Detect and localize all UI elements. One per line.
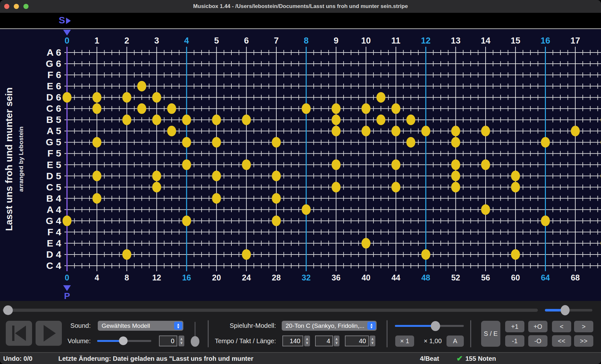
note-dot[interactable] — [541, 137, 550, 148]
note-dot[interactable] — [481, 204, 490, 215]
beat-number: 8 — [125, 273, 129, 282]
note-dot[interactable] — [362, 238, 371, 248]
note-dot[interactable] — [152, 115, 161, 125]
note-row-label: B 4 — [46, 193, 61, 204]
note-dot[interactable] — [92, 137, 101, 148]
takt-field[interactable]: 4 — [315, 336, 333, 346]
note-dot[interactable] — [167, 126, 176, 136]
shift-right-button[interactable]: > — [574, 321, 593, 332]
note-dot[interactable] — [421, 126, 430, 136]
sound-select-value: Gewähltes Modell — [102, 322, 150, 329]
shift-left-button[interactable]: < — [552, 321, 571, 332]
scrollbar-knob[interactable] — [3, 305, 13, 315]
note-dot[interactable] — [242, 249, 251, 260]
note-dot[interactable] — [332, 103, 341, 114]
note-dot[interactable] — [92, 92, 101, 103]
volume-value-field[interactable]: 0 — [159, 336, 177, 346]
position-marker-label[interactable]: P — [64, 291, 70, 301]
note-dot[interactable] — [481, 159, 490, 170]
note-dot[interactable] — [272, 171, 281, 181]
note-dot[interactable] — [451, 182, 460, 192]
note-dot[interactable] — [137, 81, 146, 92]
note-dot[interactable] — [302, 103, 311, 114]
fast-left-button[interactable]: << — [552, 335, 571, 347]
note-dot[interactable] — [212, 137, 221, 148]
note-dot[interactable] — [122, 115, 131, 125]
note-dot[interactable] — [481, 126, 490, 136]
minus-octave-button[interactable]: -O — [528, 335, 547, 347]
speed-slider-knob[interactable] — [431, 321, 440, 331]
note-dot[interactable] — [406, 115, 415, 125]
note-dot[interactable] — [212, 171, 221, 181]
skip-to-start-button[interactable] — [6, 321, 32, 346]
note-dot[interactable] — [332, 115, 341, 125]
note-dot[interactable] — [451, 126, 460, 136]
note-dot[interactable] — [421, 249, 430, 260]
start-marker[interactable]: S — [59, 15, 71, 26]
note-dot[interactable] — [511, 182, 520, 192]
note-dot[interactable] — [451, 137, 460, 148]
note-dot[interactable] — [182, 215, 191, 226]
note-dot[interactable] — [391, 126, 400, 136]
note-dot[interactable] — [332, 126, 341, 136]
note-dot[interactable] — [212, 193, 221, 204]
note-dot[interactable] — [376, 92, 385, 103]
fast-right-button[interactable]: >> — [574, 335, 593, 347]
note-dot[interactable] — [63, 92, 71, 103]
note-dot[interactable] — [152, 92, 161, 103]
note-dot[interactable] — [152, 171, 161, 181]
note-dot[interactable] — [167, 103, 176, 114]
note-dot[interactable] — [451, 159, 460, 170]
takt-stepper[interactable]: ∧∨ — [334, 336, 339, 346]
note-dot[interactable] — [406, 137, 415, 148]
note-dot[interactable] — [182, 159, 191, 170]
tempo-field[interactable]: 140 — [282, 336, 303, 346]
note-dot[interactable] — [332, 159, 341, 170]
note-dot[interactable] — [362, 126, 371, 136]
plus-one-button[interactable]: +1 — [505, 321, 524, 332]
note-dot[interactable] — [511, 171, 520, 181]
note-dot[interactable] — [242, 159, 251, 170]
sound-select[interactable]: Gewähltes Modell ▲▼ — [98, 321, 183, 331]
note-dot[interactable] — [362, 103, 371, 114]
spieluhr-select[interactable]: 20-Ton C (Sankyo, Fridolin,... ▲▼ — [282, 321, 377, 331]
note-dot[interactable] — [302, 204, 311, 215]
tempo-stepper[interactable]: ∧∨ — [304, 336, 310, 346]
times-one-button[interactable]: × 1 — [395, 336, 414, 347]
plus-octave-button[interactable]: +O — [528, 321, 547, 332]
note-dot[interactable] — [451, 171, 460, 181]
note-dot[interactable] — [541, 215, 550, 226]
note-dot[interactable] — [272, 215, 281, 226]
note-dot[interactable] — [137, 103, 146, 114]
minus-one-button[interactable]: -1 — [505, 335, 524, 347]
note-dot[interactable] — [152, 182, 161, 192]
horizontal-scrollbar[interactable] — [3, 309, 538, 312]
note-dot[interactable] — [92, 103, 101, 114]
note-dot[interactable] — [332, 182, 341, 192]
note-dot[interactable] — [571, 126, 580, 136]
note-dot[interactable] — [63, 215, 71, 226]
note-dot[interactable] — [242, 115, 251, 125]
note-dot[interactable] — [92, 171, 101, 181]
note-dot[interactable] — [511, 249, 520, 260]
note-dot[interactable] — [391, 103, 400, 114]
note-dot[interactable] — [272, 137, 281, 148]
zoom-slider-knob[interactable] — [561, 305, 570, 315]
volume-slider-knob[interactable] — [119, 336, 128, 345]
note-dot[interactable] — [212, 115, 221, 125]
note-dot[interactable] — [182, 115, 191, 125]
note-dot[interactable] — [376, 115, 385, 125]
note-dot[interactable] — [391, 182, 400, 192]
laenge-field[interactable]: 40 — [345, 336, 369, 346]
note-dot[interactable] — [92, 193, 101, 204]
note-dot[interactable] — [182, 137, 191, 148]
laenge-stepper[interactable]: ∧∨ — [370, 336, 375, 346]
note-dot[interactable] — [272, 193, 281, 204]
volume-stepper[interactable]: ∧∨ — [179, 336, 184, 346]
start-end-button[interactable]: S / E — [481, 321, 500, 347]
note-dot[interactable] — [122, 249, 131, 260]
note-dot[interactable] — [391, 159, 400, 170]
note-grid-canvas[interactable]: Lasst uns froh und munter seinarranged b… — [0, 29, 601, 301]
auto-button[interactable]: A — [447, 336, 464, 347]
note-dot[interactable] — [122, 92, 131, 103]
